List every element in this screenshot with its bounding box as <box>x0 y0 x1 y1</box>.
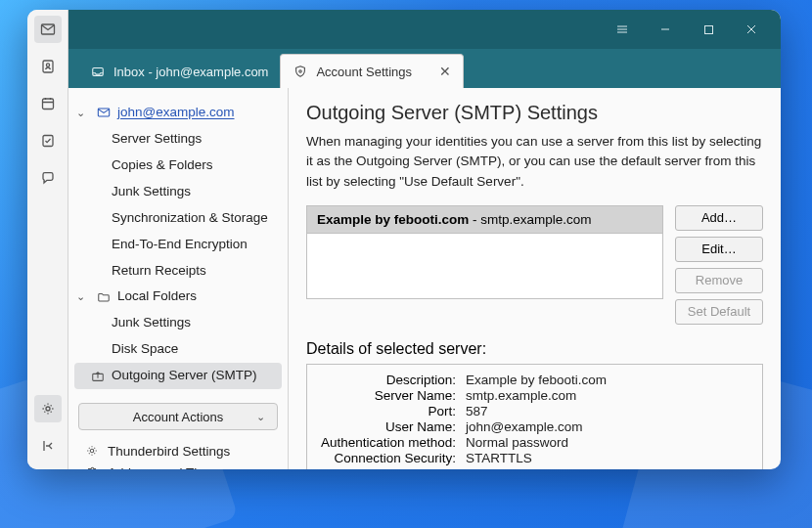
tree-outgoing-smtp[interactable]: Outgoing Server (SMTP) <box>74 363 282 389</box>
settings-content: Outgoing Server (SMTP) Settings When man… <box>289 88 781 469</box>
edit-button[interactable]: Edit… <box>675 237 763 262</box>
title-bar <box>68 10 781 49</box>
settings-space-icon[interactable] <box>34 395 62 422</box>
tree-footer: Account Actions ⌄ Thunderbird Settings A… <box>74 389 282 469</box>
detail-value: smtp.example.com <box>466 388 750 403</box>
tab-inbox-label: Inbox - john@example.com <box>113 65 268 79</box>
collapse-spaces-icon[interactable] <box>34 432 62 460</box>
detail-value: john@example.com <box>466 419 750 434</box>
svg-rect-6 <box>704 25 712 33</box>
svg-point-10 <box>90 449 94 453</box>
folder-icon <box>96 289 112 305</box>
puzzle-icon <box>84 464 100 469</box>
tree-disk-space[interactable]: Disk Space <box>74 336 282 363</box>
outbox-icon <box>90 369 106 384</box>
app-menu-icon[interactable] <box>601 12 644 47</box>
app-window: Inbox - john@example.com Account Setting… <box>27 10 781 469</box>
svg-point-5 <box>46 407 50 411</box>
local-folders-label: Local Folders <box>117 286 197 307</box>
tree-server-settings[interactable]: Server Settings <box>74 126 282 153</box>
detail-value: STARTTLS <box>466 451 750 465</box>
chat-space-icon[interactable] <box>34 164 62 192</box>
detail-value: 587 <box>466 404 750 418</box>
inbox-tab-icon <box>90 64 106 79</box>
chevron-down-icon: ⌄ <box>256 411 265 423</box>
account-root-label: john@example.com <box>117 103 235 123</box>
tree-local-junk[interactable]: Junk Settings <box>74 310 282 336</box>
tab-account-settings[interactable]: Account Settings ✕ <box>280 54 464 88</box>
tree-return-receipts[interactable]: Return Receipts <box>74 258 282 285</box>
mail-space-icon[interactable] <box>34 16 62 43</box>
minimize-button[interactable] <box>644 12 687 47</box>
shield-icon <box>293 64 308 79</box>
detail-key: Connection Security: <box>319 451 466 465</box>
detail-key: User Name: <box>319 419 466 434</box>
smtp-server-item[interactable]: Example by febooti.com - smtp.example.co… <box>307 206 662 234</box>
account-actions-button[interactable]: Account Actions ⌄ <box>78 403 278 430</box>
detail-key: Authentication method: <box>319 435 466 450</box>
chevron-down-icon: ⌄ <box>76 288 90 305</box>
calendar-space-icon[interactable] <box>34 90 62 117</box>
smtp-server-list[interactable]: Example by febooti.com - smtp.example.co… <box>306 205 663 299</box>
tab-strip: Inbox - john@example.com Account Setting… <box>68 49 781 88</box>
addressbook-space-icon[interactable] <box>34 53 62 80</box>
gear-icon <box>84 443 100 459</box>
detail-value: Normal password <box>466 435 750 450</box>
tab-settings-label: Account Settings <box>316 65 412 79</box>
tree-copies-folders[interactable]: Copies & Folders <box>74 153 282 179</box>
tree-sync-storage[interactable]: Synchronization & Storage <box>74 205 282 232</box>
detail-key: Server Name: <box>319 388 466 403</box>
detail-key: Port: <box>319 404 466 418</box>
remove-button[interactable]: Remove <box>675 268 763 293</box>
addons-themes-link[interactable]: Add-ons and Themes <box>74 462 282 469</box>
tab-inbox[interactable]: Inbox - john@example.com <box>78 55 280 88</box>
add-button[interactable]: Add… <box>675 205 763 231</box>
page-title: Outgoing Server (SMTP) Settings <box>306 102 763 124</box>
tab-close-icon[interactable]: ✕ <box>439 64 451 79</box>
tree-e2e-encryption[interactable]: End-To-End Encryption <box>74 232 282 258</box>
close-button[interactable] <box>730 12 773 47</box>
svg-point-2 <box>46 64 49 66</box>
thunderbird-settings-link[interactable]: Thunderbird Settings <box>74 440 282 462</box>
detail-key: Description: <box>319 373 466 387</box>
svg-point-7 <box>299 70 301 72</box>
smtp-buttons: Add… Edit… Remove Set Default <box>675 205 763 325</box>
maximize-button[interactable] <box>687 12 730 47</box>
local-folders-root[interactable]: ⌄ Local Folders <box>74 284 282 310</box>
svg-rect-3 <box>42 99 53 110</box>
content-body: ⌄ john@example.com Server Settings Copie… <box>68 88 781 469</box>
main-area: Inbox - john@example.com Account Setting… <box>68 10 781 469</box>
tasks-space-icon[interactable] <box>34 127 62 154</box>
mail-account-icon <box>96 105 112 120</box>
detail-value: Example by febooti.com <box>466 373 750 387</box>
chevron-down-icon: ⌄ <box>76 105 90 121</box>
account-root[interactable]: ⌄ john@example.com <box>74 100 282 126</box>
tree-junk-settings[interactable]: Junk Settings <box>74 179 282 205</box>
server-details: Description:Example by febooti.com Serve… <box>306 364 763 469</box>
set-default-button[interactable]: Set Default <box>675 299 763 325</box>
page-description: When managing your identities you can us… <box>306 132 763 192</box>
details-heading: Details of selected server: <box>306 340 763 358</box>
spaces-toolbar <box>27 10 68 469</box>
account-tree: ⌄ john@example.com Server Settings Copie… <box>68 88 289 469</box>
